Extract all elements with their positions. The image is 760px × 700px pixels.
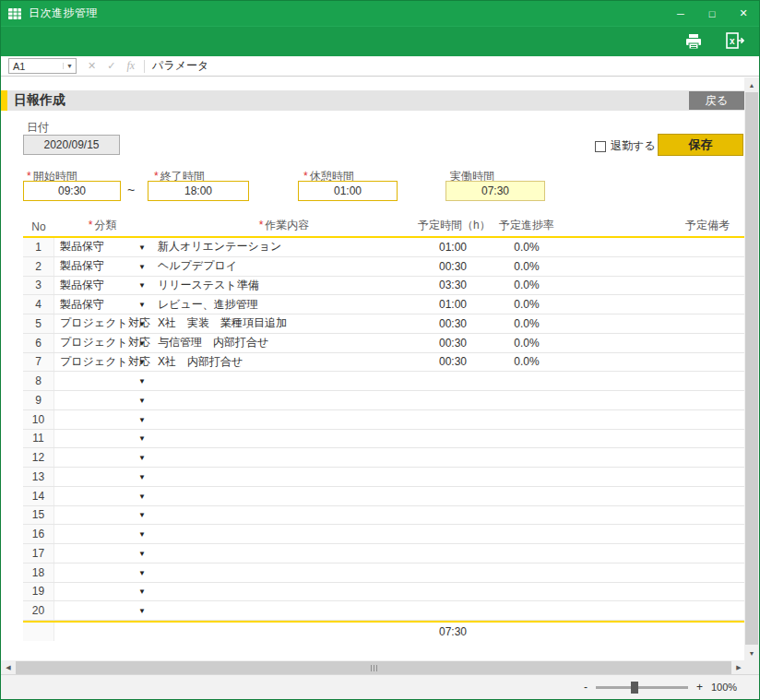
- print-button[interactable]: [682, 30, 706, 53]
- planned-note-cell[interactable]: [565, 334, 744, 352]
- planned-progress-cell[interactable]: 0.0%: [488, 353, 565, 372]
- planned-note-cell[interactable]: [565, 468, 744, 486]
- planned-time-cell[interactable]: [418, 583, 488, 601]
- category-cell[interactable]: 製品保守 ▼: [54, 257, 150, 276]
- planned-time-cell[interactable]: [418, 564, 488, 582]
- planned-time-cell[interactable]: [418, 544, 488, 563]
- planned-progress-cell[interactable]: [488, 372, 565, 390]
- content-cell[interactable]: [150, 468, 418, 486]
- content-cell[interactable]: [150, 506, 418, 525]
- planned-progress-cell[interactable]: 0.0%: [488, 334, 565, 352]
- planned-progress-cell[interactable]: [488, 583, 565, 601]
- planned-time-cell[interactable]: 00:30: [418, 257, 488, 276]
- chevron-down-icon[interactable]: ▼: [138, 587, 146, 596]
- planned-time-cell[interactable]: 03:30: [418, 277, 488, 295]
- planned-time-cell[interactable]: 00:30: [418, 314, 488, 333]
- category-cell[interactable]: ▼: [54, 468, 150, 486]
- category-cell[interactable]: ▼: [54, 544, 150, 563]
- planned-note-cell[interactable]: [565, 487, 744, 505]
- category-cell[interactable]: プロジェクト対応 ▼: [54, 314, 150, 333]
- content-cell[interactable]: レビュー、進捗管理: [150, 295, 418, 314]
- planned-time-cell[interactable]: 00:30: [418, 353, 488, 372]
- break-time-field[interactable]: 01:00: [298, 181, 398, 201]
- content-cell[interactable]: X社 実装 業種項目追加: [150, 314, 418, 333]
- scroll-left-icon[interactable]: ◀: [1, 660, 16, 675]
- chevron-down-icon[interactable]: ▼: [138, 607, 146, 615]
- planned-progress-cell[interactable]: [488, 487, 565, 505]
- chevron-down-icon[interactable]: ▼: [138, 415, 146, 423]
- planned-note-cell[interactable]: [565, 353, 744, 372]
- back-button[interactable]: 戻る: [689, 91, 744, 110]
- planned-progress-cell[interactable]: 0.0%: [488, 295, 565, 314]
- chevron-down-icon[interactable]: ▼: [138, 568, 146, 576]
- planned-time-cell[interactable]: [418, 410, 488, 429]
- chevron-down-icon[interactable]: ▼: [138, 377, 146, 386]
- category-cell[interactable]: ▼: [54, 410, 150, 429]
- cell-reference-box[interactable]: A1 ▼: [8, 58, 77, 74]
- planned-progress-cell[interactable]: 0.0%: [488, 314, 565, 333]
- category-cell[interactable]: ▼: [54, 391, 150, 409]
- planned-time-cell[interactable]: [418, 391, 488, 409]
- content-cell[interactable]: リリーステスト準備: [150, 277, 418, 295]
- planned-progress-cell[interactable]: [488, 410, 565, 429]
- content-cell[interactable]: ヘルプデプロイ: [150, 257, 418, 276]
- planned-time-cell[interactable]: 00:30: [418, 334, 488, 352]
- planned-note-cell[interactable]: [565, 448, 744, 467]
- planned-progress-cell[interactable]: [488, 391, 565, 409]
- zoom-slider-thumb[interactable]: [631, 682, 638, 694]
- category-cell[interactable]: ▼: [54, 487, 150, 505]
- category-cell[interactable]: ▼: [54, 430, 150, 448]
- planned-note-cell[interactable]: [565, 372, 744, 390]
- planned-progress-cell[interactable]: [488, 448, 565, 467]
- chevron-down-icon[interactable]: ▼: [138, 492, 146, 500]
- planned-progress-cell[interactable]: [488, 564, 565, 582]
- cancel-icon[interactable]: ✕: [88, 60, 96, 72]
- planned-time-cell[interactable]: 01:00: [418, 295, 488, 314]
- planned-note-cell[interactable]: [565, 238, 744, 256]
- content-cell[interactable]: [150, 564, 418, 582]
- planned-progress-cell[interactable]: 0.0%: [488, 238, 565, 256]
- start-time-field[interactable]: 09:30: [23, 181, 121, 201]
- save-button[interactable]: 保存: [658, 134, 743, 156]
- planned-time-cell[interactable]: [418, 506, 488, 525]
- planned-progress-cell[interactable]: [488, 430, 565, 448]
- content-cell[interactable]: X社 内部打合せ: [150, 353, 418, 372]
- planned-progress-cell[interactable]: [488, 544, 565, 563]
- excel-export-button[interactable]: x: [722, 30, 746, 53]
- category-cell[interactable]: ▼: [54, 506, 150, 525]
- chevron-down-icon[interactable]: ▼: [138, 243, 146, 251]
- planned-note-cell[interactable]: [565, 410, 744, 429]
- planned-progress-cell[interactable]: [488, 525, 565, 543]
- category-cell[interactable]: ▼: [54, 448, 150, 467]
- zoom-out-button[interactable]: -: [584, 681, 588, 694]
- category-cell[interactable]: 製品保守 ▼: [54, 277, 150, 295]
- category-cell[interactable]: ▼: [54, 372, 150, 390]
- chevron-down-icon[interactable]: ▼: [138, 511, 146, 519]
- planned-progress-cell[interactable]: [488, 506, 565, 525]
- content-cell[interactable]: [150, 544, 418, 563]
- vertical-scrollbar-thumb[interactable]: [745, 92, 758, 645]
- planned-note-cell[interactable]: [565, 564, 744, 582]
- content-cell[interactable]: [150, 448, 418, 467]
- chevron-down-icon[interactable]: ▼: [138, 530, 146, 539]
- chevron-down-icon[interactable]: ▼: [138, 262, 146, 270]
- content-cell[interactable]: [150, 410, 418, 429]
- planned-time-cell[interactable]: [418, 448, 488, 467]
- content-cell[interactable]: [150, 487, 418, 505]
- planned-progress-cell[interactable]: 0.0%: [488, 257, 565, 276]
- planned-note-cell[interactable]: [565, 583, 744, 601]
- chevron-down-icon[interactable]: ▼: [138, 454, 146, 462]
- minimize-button[interactable]: ─: [665, 1, 696, 26]
- fx-icon[interactable]: fx: [126, 59, 135, 73]
- category-cell[interactable]: プロジェクト対応 ▼: [54, 334, 150, 352]
- vertical-scrollbar[interactable]: ▲ ▼: [744, 77, 759, 660]
- chevron-down-icon[interactable]: ▼: [138, 434, 146, 443]
- category-cell[interactable]: プロジェクト対応 ▼: [54, 353, 150, 372]
- chevron-down-icon[interactable]: ▼: [63, 63, 76, 69]
- planned-note-cell[interactable]: [565, 277, 744, 295]
- planned-note-cell[interactable]: [565, 391, 744, 409]
- content-cell[interactable]: [150, 601, 418, 620]
- planned-time-cell[interactable]: [418, 468, 488, 486]
- planned-note-cell[interactable]: [565, 295, 744, 314]
- end-time-field[interactable]: 18:00: [148, 181, 249, 201]
